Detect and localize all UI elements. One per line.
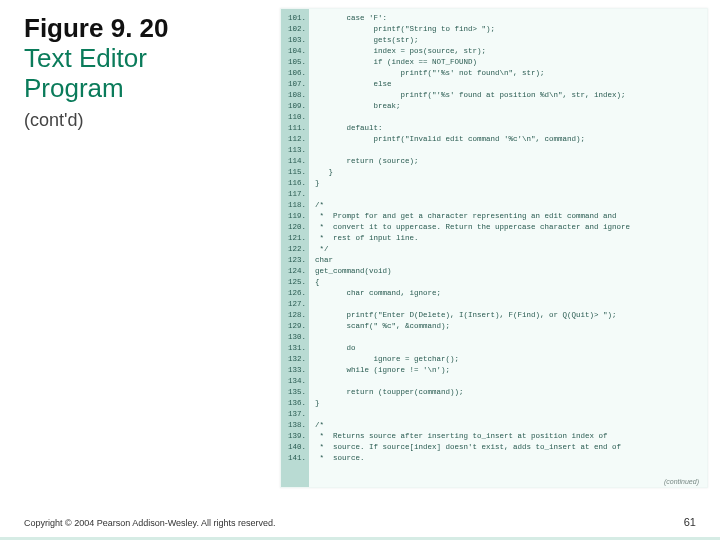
copyright-footer: Copyright © 2004 Pearson Addison-Wesley.… [24, 518, 275, 528]
code-listing: case 'F': printf("String to find> "); ge… [309, 9, 707, 487]
continued-subtitle: (cont'd) [24, 110, 169, 131]
line-number-gutter: 101. 102. 103. 104. 105. 106. 107. 108. … [281, 9, 309, 487]
figure-number: Figure 9. 20 [24, 14, 169, 44]
continued-label: (continued) [664, 478, 699, 485]
slide: Figure 9. 20 Text Editor Program (cont'd… [0, 0, 720, 540]
title-block: Figure 9. 20 Text Editor Program (cont'd… [24, 14, 169, 131]
code-inner: 101. 102. 103. 104. 105. 106. 107. 108. … [281, 9, 707, 487]
figure-title-line2: Program [24, 74, 169, 104]
figure-title-line1: Text Editor [24, 44, 169, 74]
code-image: 101. 102. 103. 104. 105. 106. 107. 108. … [280, 8, 708, 488]
page-number: 61 [684, 516, 696, 528]
